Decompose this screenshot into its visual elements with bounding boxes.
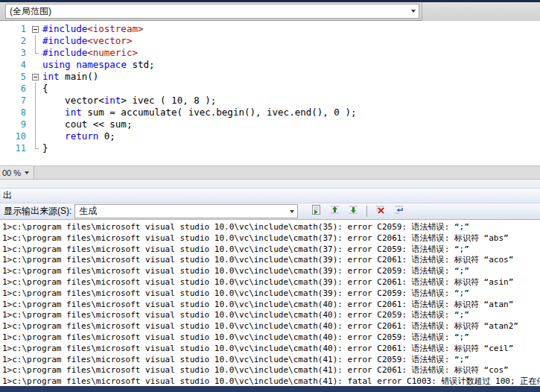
fold-margin <box>30 118 40 130</box>
line-number: 9 <box>0 118 30 130</box>
output-window-titlebar[interactable]: 出 <box>0 188 540 203</box>
code-text: int sum = accumulate( ivec.begin(), ivec… <box>40 107 356 118</box>
output-toolbar: 显示输出来源(S): 生成 <box>0 203 540 220</box>
find-message-button[interactable] <box>308 204 324 218</box>
clear-all-icon <box>375 204 386 218</box>
status-bar <box>0 386 540 392</box>
chevron-down-icon <box>25 171 29 174</box>
output-source-value: 生成 <box>75 205 97 218</box>
output-row[interactable]: 1>c:\program files\microsoft visual stud… <box>2 255 540 266</box>
line-number: 8 <box>0 107 30 118</box>
code-text: #include<vector> <box>40 35 132 47</box>
find-message-icon <box>311 204 322 218</box>
code-text: using namespace std; <box>40 59 155 71</box>
word-wrap-icon <box>393 204 404 218</box>
output-row[interactable]: 1>c:\program files\microsoft visual stud… <box>2 300 540 311</box>
output-row[interactable]: 1>c:\program files\microsoft visual stud… <box>2 332 540 344</box>
output-row[interactable]: 1>c:\program files\microsoft visual stud… <box>2 365 540 376</box>
code-editor[interactable]: 1#include<iostream>2#include<vector>3#in… <box>0 21 540 165</box>
line-number: 6 <box>0 83 30 95</box>
code-text: int main() <box>40 71 98 83</box>
code-text: #include<numeric> <box>40 47 138 59</box>
output-row[interactable]: 1>c:\program files\microsoft visual stud… <box>2 233 540 244</box>
ide-window: (全局范围) 1#include<iostream>2#include<vect… <box>0 0 540 392</box>
fold-margin <box>30 107 40 118</box>
code-text: #include<iostream> <box>40 23 143 35</box>
editor-bottom-bar: 00 % <box>0 165 540 179</box>
line-number: 7 <box>0 95 30 107</box>
previous-message-button[interactable] <box>327 204 343 218</box>
member-combo-area <box>422 2 540 21</box>
output-row[interactable]: 1>c:\program files\microsoft visual stud… <box>2 288 540 300</box>
code-line[interactable]: 2#include<vector> <box>0 35 540 47</box>
editor-navigation-bar: (全局范围) <box>0 2 540 21</box>
fold-margin <box>30 142 40 154</box>
fold-margin <box>30 95 40 107</box>
output-row[interactable]: 1>c:\program files\microsoft visual stud… <box>2 310 540 321</box>
word-wrap-button[interactable] <box>391 204 407 218</box>
fold-margin <box>30 130 40 142</box>
code-line[interactable]: 4using namespace std; <box>0 59 540 71</box>
line-number: 1 <box>0 23 30 35</box>
output-row[interactable]: 1>c:\program files\microsoft visual stud… <box>2 277 540 288</box>
fold-margin <box>30 59 40 71</box>
toolbar-separator <box>366 206 367 217</box>
zoom-select[interactable]: 00 % <box>0 166 34 179</box>
code-line[interactable]: 6{ <box>0 83 540 95</box>
previous-message-icon <box>329 204 340 218</box>
code-line[interactable]: 7 vector<int> ivec ( 10, 8 ); <box>0 95 540 107</box>
fold-margin[interactable] <box>30 71 40 83</box>
line-number: 2 <box>0 35 30 47</box>
scope-combo-value: (全局范围) <box>6 5 51 18</box>
output-row[interactable]: 1>c:\program files\microsoft visual stud… <box>2 355 540 366</box>
line-number: 4 <box>0 59 30 71</box>
code-line[interactable]: 10 return 0; <box>0 130 540 142</box>
code-lines: 1#include<iostream>2#include<vector>3#in… <box>0 23 540 154</box>
horizontal-scrollbar[interactable] <box>34 166 540 179</box>
output-log[interactable]: 1>c:\program files\microsoft visual stud… <box>0 220 540 386</box>
code-text: } <box>40 142 48 154</box>
output-row[interactable]: 1>c:\program files\microsoft visual stud… <box>2 222 540 233</box>
output-source-label: 显示输出来源(S): <box>4 205 72 218</box>
output-row[interactable]: 1>c:\program files\microsoft visual stud… <box>2 321 540 332</box>
code-line[interactable]: 8 int sum = accumulate( ivec.begin(), iv… <box>0 107 540 118</box>
output-row[interactable]: 1>c:\program files\microsoft visual stud… <box>2 344 540 355</box>
clear-all-button[interactable] <box>372 204 388 218</box>
output-row[interactable]: 1>c:\program files\microsoft visual stud… <box>2 376 540 386</box>
line-number: 11 <box>0 142 30 154</box>
code-line[interactable]: 11} <box>0 142 540 154</box>
fold-margin <box>30 83 40 95</box>
code-text: cout << sum; <box>40 118 132 130</box>
fold-margin <box>30 35 40 47</box>
code-text: vector<int> ivec ( 10, 8 ); <box>40 95 216 107</box>
code-text: return 0; <box>40 130 115 142</box>
output-row[interactable]: 1>c:\program files\microsoft visual stud… <box>2 244 540 256</box>
chevron-down-icon[interactable] <box>286 205 297 218</box>
chevron-down-icon[interactable] <box>407 4 419 18</box>
output-source-combo[interactable]: 生成 <box>74 204 298 218</box>
collapse-toggle-icon[interactable] <box>32 74 39 80</box>
scope-combo[interactable]: (全局范围) <box>5 4 419 19</box>
line-number: 10 <box>0 130 30 142</box>
code-line[interactable]: 3#include<numeric> <box>0 47 540 59</box>
code-line[interactable]: 5int main() <box>0 71 540 83</box>
fold-margin <box>30 47 40 59</box>
next-message-icon <box>348 204 359 218</box>
dock-splitter[interactable] <box>0 179 540 188</box>
next-message-button[interactable] <box>346 204 361 218</box>
code-line[interactable]: 9 cout << sum; <box>0 118 540 130</box>
zoom-value: 00 % <box>2 168 21 177</box>
collapse-toggle-icon[interactable] <box>32 26 39 33</box>
code-text: { <box>40 83 48 95</box>
code-line[interactable]: 1#include<iostream> <box>0 23 540 35</box>
output-window-title: 出 <box>3 189 12 202</box>
fold-margin[interactable] <box>30 23 40 35</box>
output-row[interactable]: 1>c:\program files\microsoft visual stud… <box>2 266 540 277</box>
line-number: 3 <box>0 47 30 59</box>
line-number: 5 <box>0 71 30 83</box>
